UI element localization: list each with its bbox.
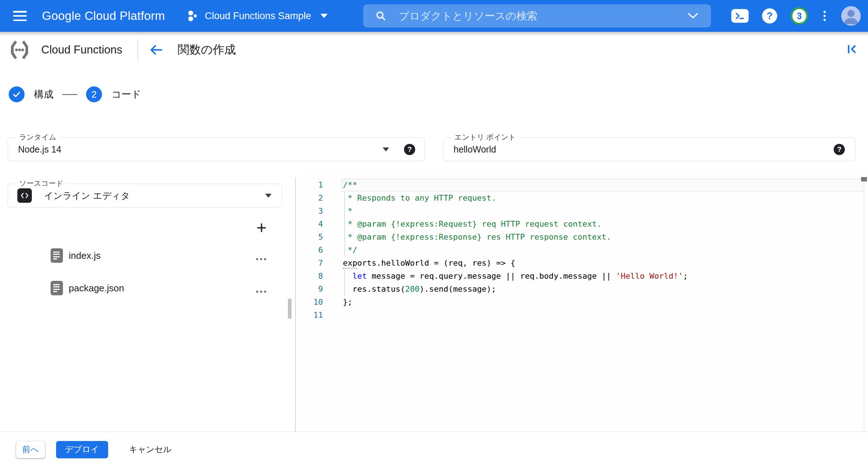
code-line[interactable]: 7exports.helloWorld = (req, res) => { bbox=[300, 257, 868, 270]
project-icon bbox=[187, 10, 199, 22]
step2-number-badge[interactable]: 2 bbox=[86, 86, 102, 102]
collapse-panel-button[interactable] bbox=[846, 43, 858, 57]
menu-icon[interactable] bbox=[13, 11, 27, 21]
header-divider bbox=[137, 39, 138, 61]
search-icon bbox=[375, 10, 386, 21]
more-options-icon[interactable] bbox=[821, 9, 828, 23]
code-line[interactable]: 1/** bbox=[300, 179, 868, 192]
file-row-package-json[interactable]: package.json bbox=[51, 279, 275, 297]
stepper-connector bbox=[62, 94, 77, 95]
previous-button[interactable]: 前へ bbox=[16, 441, 45, 458]
line-number: 4 bbox=[300, 218, 323, 231]
code-line[interactable]: 9 res.status(200).send(message); bbox=[300, 283, 868, 296]
line-number: 7 bbox=[300, 257, 323, 270]
line-number: 11 bbox=[300, 309, 323, 322]
code-line[interactable]: 6 */ bbox=[300, 244, 868, 257]
entry-point-label: エントリ ポイント bbox=[451, 132, 519, 142]
runtime-dropdown-caret-icon[interactable] bbox=[383, 147, 389, 151]
notifications-icon[interactable]: 3 bbox=[791, 7, 808, 25]
editor-scrollbar-mark[interactable] bbox=[861, 177, 867, 181]
topbar-shadow bbox=[0, 32, 868, 36]
runtime-select[interactable]: ランタイム Node.js 14 ? bbox=[8, 137, 425, 161]
cloud-functions-icon bbox=[9, 39, 30, 61]
source-code-dropdown-caret-icon[interactable] bbox=[265, 194, 272, 198]
stepper: 構成 2 コード bbox=[9, 86, 141, 103]
line-number: 10 bbox=[300, 296, 323, 309]
brand-logo[interactable]: Google Cloud Platform bbox=[42, 9, 165, 23]
line-number: 8 bbox=[300, 270, 323, 283]
page-title: 関数の作成 bbox=[178, 42, 236, 58]
source-code-select[interactable]: ソースコード インライン エディタ bbox=[8, 184, 282, 207]
collapse-left-icon bbox=[846, 43, 858, 55]
line-number: 1 bbox=[300, 179, 323, 192]
project-selector[interactable]: Cloud Functions Sample bbox=[187, 10, 328, 22]
product-header: Cloud Functions 関数の作成 bbox=[0, 32, 868, 68]
source-code-label: ソースコード bbox=[16, 179, 67, 188]
runtime-help-icon[interactable]: ? bbox=[404, 144, 415, 155]
notification-count: 3 bbox=[792, 9, 806, 23]
step1-label[interactable]: 構成 bbox=[34, 88, 54, 101]
code-line[interactable]: 2 * Responds to any HTTP request. bbox=[300, 192, 868, 205]
code-line[interactable]: 8 let message = req.query.message || req… bbox=[300, 270, 868, 283]
line-number: 3 bbox=[300, 205, 323, 218]
file-icon bbox=[51, 248, 63, 263]
file-icon bbox=[51, 281, 63, 295]
code-line[interactable]: 11 bbox=[300, 309, 868, 322]
code-line[interactable]: 4 * @param {!express:Request} req HTTP r… bbox=[300, 218, 868, 231]
editor-scrollbar-track[interactable] bbox=[864, 176, 864, 431]
inline-editor-icon bbox=[17, 188, 32, 203]
avatar[interactable] bbox=[841, 6, 861, 26]
project-caret-icon bbox=[320, 14, 328, 18]
step2-label[interactable]: コード bbox=[111, 88, 141, 101]
line-number: 5 bbox=[300, 231, 323, 244]
step1-complete-check-icon[interactable] bbox=[9, 86, 25, 102]
search-expand-chevron-icon[interactable] bbox=[687, 13, 699, 19]
code-line[interactable]: 10}; bbox=[300, 296, 868, 309]
help-icon[interactable]: ? bbox=[762, 8, 777, 23]
panel-scrollbar-thumb[interactable] bbox=[288, 299, 292, 319]
search-bar[interactable] bbox=[363, 4, 711, 27]
cancel-button[interactable]: キャンセル bbox=[123, 441, 178, 458]
line-number: 6 bbox=[300, 244, 323, 257]
code-line[interactable]: 3 * bbox=[300, 205, 868, 218]
top-navigation-bar: Google Cloud Platform Cloud Functions Sa… bbox=[0, 0, 868, 32]
entry-point-help-icon[interactable]: ? bbox=[834, 144, 845, 155]
file-row-index-js[interactable]: index.js bbox=[51, 247, 275, 265]
project-name: Cloud Functions Sample bbox=[205, 10, 311, 22]
file-more-options-icon[interactable] bbox=[253, 255, 269, 263]
code-lines: 1/**2 * Responds to any HTTP request.3 *… bbox=[300, 179, 868, 322]
deploy-button[interactable]: デプロイ bbox=[56, 441, 108, 458]
entry-point-input[interactable] bbox=[454, 144, 855, 155]
line-number: 2 bbox=[300, 192, 323, 205]
file-name: package.json bbox=[69, 283, 124, 294]
runtime-value: Node.js 14 bbox=[18, 144, 425, 155]
line-number: 9 bbox=[300, 283, 323, 296]
cloud-shell-icon[interactable] bbox=[731, 9, 749, 23]
avatar-silhouette-icon bbox=[841, 6, 861, 26]
runtime-label: ランタイム bbox=[16, 132, 59, 142]
add-file-button[interactable]: + bbox=[252, 218, 271, 238]
back-button[interactable] bbox=[148, 44, 163, 56]
file-more-options-icon[interactable] bbox=[253, 288, 269, 296]
code-editor[interactable]: 1/**2 * Responds to any HTTP request.3 *… bbox=[300, 170, 868, 432]
file-name: index.js bbox=[69, 250, 101, 261]
code-line[interactable]: 5 * @param {!express:Response} res HTTP … bbox=[300, 231, 868, 244]
search-input[interactable] bbox=[399, 10, 687, 22]
footer-action-bar: 前へ デプロイ キャンセル bbox=[0, 432, 868, 467]
topbar-actions: ? 3 bbox=[731, 0, 861, 32]
source-code-value: インライン エディタ bbox=[44, 190, 282, 202]
product-name: Cloud Functions bbox=[41, 43, 122, 56]
entry-point-field[interactable]: エントリ ポイント ? bbox=[443, 137, 855, 161]
back-arrow-icon bbox=[148, 44, 163, 56]
panel-divider bbox=[295, 177, 296, 432]
